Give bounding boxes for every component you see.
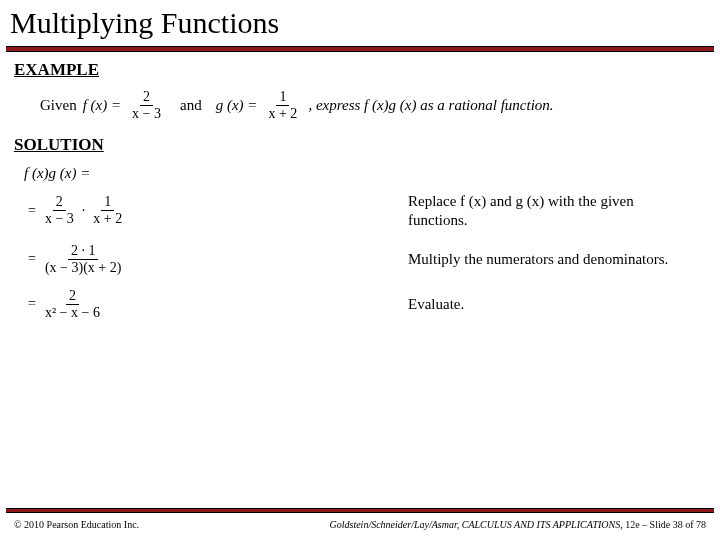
step-1-den-b: x + 2 — [90, 211, 125, 226]
footer-citation-tail: 12e – Slide 38 of 78 — [623, 519, 706, 530]
step-1-num-b: 1 — [101, 195, 114, 211]
solution-step-2: = 2 · 1 (x − 3)(x + 2) Multiply the nume… — [18, 244, 720, 275]
fg-label: f (x)g (x) = — [24, 165, 720, 182]
equals-sign: = — [28, 203, 36, 219]
f-fraction: 2 x − 3 — [129, 90, 164, 121]
equals-sign: = — [28, 251, 36, 267]
step-1-num-a: 2 — [53, 195, 66, 211]
step-1-explain: Replace f (x) and g (x) with the given f… — [178, 192, 720, 230]
step-1-frac-b: 1 x + 2 — [90, 195, 125, 226]
g-numerator: 1 — [276, 90, 289, 106]
f-denominator: x − 3 — [129, 106, 164, 121]
slide-footer: © 2010 Pearson Education Inc. Goldstein/… — [0, 508, 720, 540]
f-label: f (x) = — [83, 97, 121, 114]
and-label: and — [180, 97, 202, 114]
footer-citation-italic: Goldstein/Schneider/Lay/Asmar, CALCULUS … — [330, 519, 623, 530]
step-3-num: 2 — [66, 289, 79, 305]
copyright-text: © 2010 Pearson Education Inc. — [14, 519, 139, 530]
equals-sign: = — [28, 296, 36, 312]
example-tail: , express f (x)g (x) as a rational funct… — [308, 97, 553, 114]
g-fraction: 1 x + 2 — [265, 90, 300, 121]
dot-operator: · — [82, 203, 86, 219]
f-numerator: 2 — [140, 90, 153, 106]
solution-body: f (x)g (x) = = 2 x − 3 · 1 x + 2 Replace… — [0, 165, 720, 320]
title-divider — [6, 46, 714, 52]
solution-step-3: = 2 x² − x − 6 Evaluate. — [18, 289, 720, 320]
step-1-math: = 2 x − 3 · 1 x + 2 — [18, 195, 178, 226]
step-3-frac: 2 x² − x − 6 — [42, 289, 103, 320]
step-2-explain: Multiply the numerators and denominators… — [178, 250, 720, 269]
step-1-frac-a: 2 x − 3 — [42, 195, 77, 226]
step-3-den: x² − x − 6 — [42, 305, 103, 320]
g-label: g (x) = — [216, 97, 258, 114]
step-2-num: 2 · 1 — [68, 244, 99, 260]
solution-heading: SOLUTION — [0, 135, 720, 155]
g-denominator: x + 2 — [265, 106, 300, 121]
footer-citation: Goldstein/Schneider/Lay/Asmar, CALCULUS … — [330, 519, 707, 530]
example-heading: EXAMPLE — [0, 60, 720, 80]
step-3-explain: Evaluate. — [178, 295, 720, 314]
solution-step-1: = 2 x − 3 · 1 x + 2 Replace f (x) and g … — [18, 192, 720, 230]
slide-title: Multiplying Functions — [0, 0, 720, 46]
example-statement: Given f (x) = 2 x − 3 and g (x) = 1 x + … — [0, 90, 720, 121]
step-3-math: = 2 x² − x − 6 — [18, 289, 178, 320]
given-label: Given — [40, 97, 77, 114]
step-2-math: = 2 · 1 (x − 3)(x + 2) — [18, 244, 178, 275]
step-1-den-a: x − 3 — [42, 211, 77, 226]
step-2-den: (x − 3)(x + 2) — [42, 260, 124, 275]
step-2-frac: 2 · 1 (x − 3)(x + 2) — [42, 244, 124, 275]
